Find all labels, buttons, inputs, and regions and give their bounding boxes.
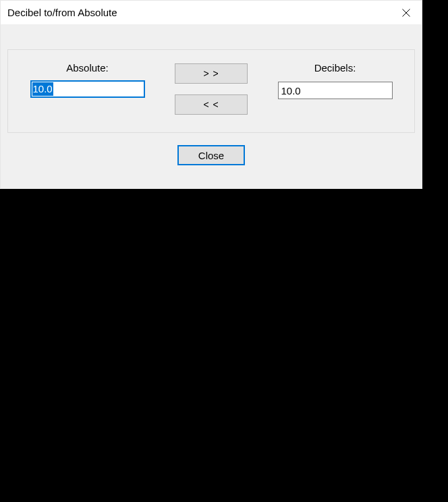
absolute-label: Absolute: [66, 62, 109, 74]
conversion-group: Absolute: 10.0 > > < < Decibels: [7, 49, 415, 133]
dialog-window: Decibel to/from Absolute Absolute: 10.0 … [0, 0, 422, 189]
title-bar: Decibel to/from Absolute [1, 1, 422, 25]
absolute-column: Absolute: 10.0 [20, 62, 155, 98]
decibels-input[interactable] [278, 82, 393, 99]
window-title: Decibel to/from Absolute [7, 7, 117, 18]
dialog-content: Absolute: 10.0 > > < < Decibels: Close [1, 25, 422, 173]
close-button[interactable]: Close [177, 145, 245, 165]
convert-to-absolute-button[interactable]: < < [175, 94, 248, 115]
direction-buttons: > > < < [175, 62, 248, 115]
window-close-button[interactable] [391, 1, 422, 25]
absolute-input[interactable]: 10.0 [30, 80, 145, 98]
dialog-footer: Close [7, 145, 415, 165]
decibels-column: Decibels: [268, 62, 402, 99]
convert-to-decibels-button[interactable]: > > [175, 63, 248, 84]
close-icon [402, 9, 410, 17]
absolute-input-value: 10.0 [32, 82, 53, 96]
decibels-label: Decibels: [314, 62, 356, 74]
